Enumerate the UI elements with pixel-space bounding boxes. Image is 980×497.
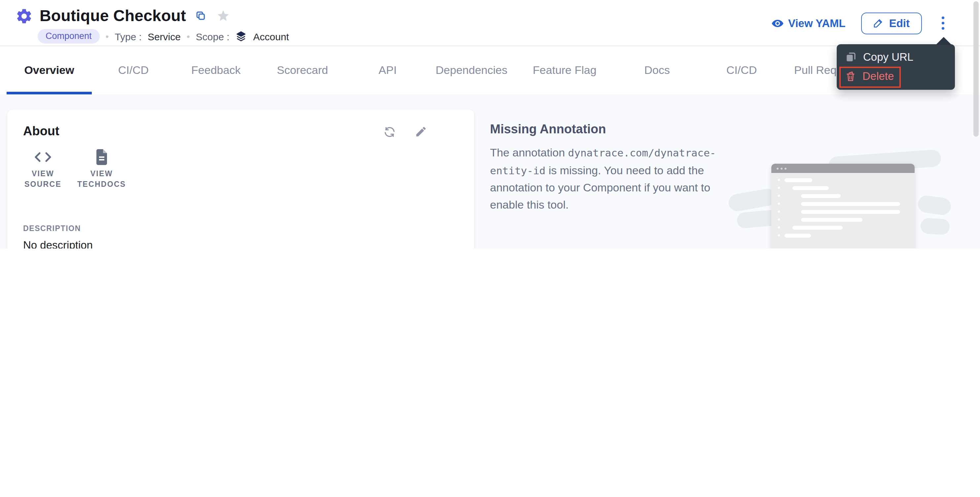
menu-arrow <box>936 37 951 45</box>
tab-overview[interactable]: Overview <box>6 46 92 94</box>
kind-badge[interactable]: Component <box>38 29 100 44</box>
view-techdocs-label: VIEWTECHDOCS <box>77 168 126 189</box>
code-icon <box>34 149 52 165</box>
code-window-illustration <box>771 164 915 249</box>
tab-feature-flag[interactable]: Feature Flag <box>516 46 614 94</box>
more-options-button[interactable] <box>937 14 948 33</box>
entity-context-menu: Copy URL Delete <box>837 44 955 90</box>
page-scrollbar-thumb[interactable] <box>974 1 979 137</box>
gear-icon <box>15 7 33 25</box>
pencil-icon <box>873 18 884 29</box>
tab-scorecard[interactable]: Scorecard <box>257 46 348 94</box>
view-techdocs-button[interactable]: VIEWTECHDOCS <box>77 149 126 189</box>
window-titlebar <box>771 164 915 173</box>
scope-value: Account <box>253 31 289 42</box>
edit-button[interactable]: Edit <box>861 12 921 34</box>
edit-label: Edit <box>889 17 910 29</box>
view-source-button[interactable]: VIEWSOURCE <box>23 149 63 189</box>
header-actions: View YAML Edit <box>771 0 948 46</box>
tab-cicd-2[interactable]: CI/CD <box>701 46 783 94</box>
about-actions: VIEWSOURCE VIEWTECHDOCS <box>23 149 458 189</box>
document-icon <box>94 149 109 165</box>
page-header: Boutique Checkout Component • Type : Ser… <box>0 0 980 46</box>
active-tab-underline <box>6 92 92 94</box>
layers-icon <box>235 30 247 42</box>
entity-tabbar: Overview CI/CD Feedback Scorecard API De… <box>0 46 980 94</box>
edit-about-icon[interactable] <box>415 125 428 139</box>
page-title: Boutique Checkout <box>40 6 186 25</box>
copy-url-menu-item[interactable]: Copy URL <box>845 51 913 64</box>
meta-dot: • <box>186 31 190 41</box>
scope-label: Scope : <box>196 31 229 42</box>
delete-label: Delete <box>862 70 894 83</box>
type-label: Type : <box>115 31 142 42</box>
view-yaml-button[interactable]: View YAML <box>771 17 846 29</box>
about-card: About VIEWSOURCE <box>7 110 474 249</box>
delete-menu-item[interactable]: Delete <box>845 70 894 83</box>
missing-annotation-heading: Missing Annotation <box>490 122 606 137</box>
copy-name-icon[interactable] <box>195 11 206 21</box>
meta-dot: • <box>106 31 109 41</box>
description-label: DESCRIPTION <box>23 224 458 232</box>
scribble-shape <box>727 187 777 213</box>
favorite-star-icon[interactable] <box>216 9 229 22</box>
tab-api[interactable]: API <box>348 46 427 94</box>
tab-docs[interactable]: Docs <box>614 46 701 94</box>
view-yaml-label: View YAML <box>788 17 846 29</box>
tab-dependencies[interactable]: Dependencies <box>427 46 516 94</box>
entity-content: About VIEWSOURCE <box>0 94 980 249</box>
tab-cicd[interactable]: CI/CD <box>92 46 175 94</box>
tab-feedback[interactable]: Feedback <box>175 46 257 94</box>
type-value: Service <box>148 31 181 42</box>
description-field: DESCRIPTION No description <box>23 224 458 249</box>
missing-annotation-intro: The annotation dynatrace.com/dynatrace-e… <box>490 144 726 213</box>
scribble-shape <box>917 194 952 216</box>
eye-icon <box>771 17 784 29</box>
entity-meta-row: Component • Type : Service • Scope : Acc… <box>38 29 289 44</box>
refresh-icon[interactable] <box>383 125 396 139</box>
view-source-label: VIEWSOURCE <box>24 168 61 189</box>
entity-heading-block: Boutique Checkout Component • Type : Ser… <box>15 5 289 44</box>
trash-icon <box>845 71 856 82</box>
about-card-title: About <box>23 124 59 139</box>
entity-page: Boutique Checkout Component • Type : Ser… <box>0 0 980 249</box>
scribble-shape <box>920 218 950 235</box>
description-value: No description <box>23 238 458 249</box>
copy-url-label: Copy URL <box>863 51 913 64</box>
copy-icon <box>845 51 856 63</box>
